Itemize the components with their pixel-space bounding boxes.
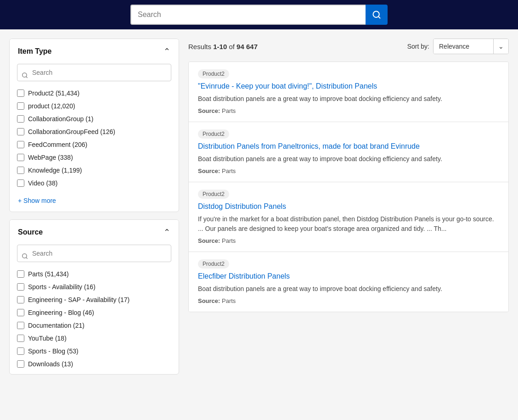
filter-label: Engineering - SAP - Availability (17): [28, 296, 130, 303]
result-title[interactable]: Distribution Panels from Paneltronics, m…: [198, 142, 499, 151]
source-chevron-icon[interactable]: ⌃: [163, 227, 170, 237]
result-title[interactable]: Elecfiber Distribution Panels: [198, 272, 499, 280]
results-total: 94 647: [236, 43, 258, 50]
result-source-value: Parts: [222, 168, 236, 174]
source-filter-list: Parts (51,434) Sports - Availability (16…: [10, 268, 179, 374]
search-icon: [372, 10, 381, 19]
list-item: Parts (51,434): [17, 268, 171, 280]
result-title[interactable]: "Evinrude - Keep your boat diving!", Dis…: [198, 82, 499, 90]
list-item: Engineering - Blog (46): [17, 306, 171, 319]
item-type-search-input[interactable]: [17, 64, 171, 81]
result-source-value: Parts: [222, 107, 236, 114]
list-item: Sports - Blog (53): [17, 345, 171, 358]
source-search-input[interactable]: [17, 245, 171, 262]
result-source-label: Source:: [198, 297, 220, 304]
svg-line-5: [26, 258, 28, 259]
filter-label: Documentation (21): [28, 322, 84, 329]
header: [0, 0, 518, 29]
result-source-value: Parts: [222, 297, 236, 304]
main-search-button[interactable]: [366, 5, 388, 25]
result-source-label: Source:: [198, 168, 220, 174]
filter-checkbox[interactable]: [17, 360, 24, 368]
filter-checkbox[interactable]: [17, 296, 24, 303]
results-range: 1-10: [213, 43, 227, 50]
result-title[interactable]: Distdog Distribution Panels: [198, 202, 499, 211]
item-type-filter-list: Product2 (51,434) product (12,020) Colla…: [10, 87, 179, 193]
filter-checkbox[interactable]: [17, 167, 24, 174]
item-type-search-wrapper: [10, 64, 179, 87]
list-item: Knowledge (1,199): [17, 164, 171, 177]
filter-checkbox[interactable]: [17, 115, 24, 123]
result-description: Boat distribution panels are a great way…: [198, 154, 499, 164]
list-item: FeedComment (206): [17, 138, 171, 151]
result-description: Boat distribution panels are a great way…: [198, 284, 499, 294]
filter-checkbox[interactable]: [17, 283, 24, 291]
svg-line-3: [26, 77, 28, 78]
filter-checkbox[interactable]: [17, 309, 24, 316]
results-area: Results 1-10 of 94 647 Sort by: Relevanc…: [179, 39, 509, 375]
result-badge: Product2: [198, 190, 229, 199]
result-source: Source: Parts: [198, 168, 499, 174]
item-type-show-more[interactable]: + Show more: [10, 193, 179, 212]
filter-checkbox[interactable]: [17, 154, 24, 161]
filter-checkbox[interactable]: [17, 90, 24, 97]
filter-checkbox[interactable]: [17, 270, 24, 278]
list-item: Product2 (51,434): [17, 87, 171, 100]
filter-checkbox[interactable]: [17, 141, 24, 148]
filter-label: CollaborationGroup (1): [28, 115, 93, 123]
results-header: Results 1-10 of 94 647 Sort by: Relevanc…: [188, 39, 509, 54]
main-search-input[interactable]: [130, 5, 366, 25]
list-item: Documentation (21): [17, 319, 171, 332]
result-description: If you're in the market for a boat distr…: [198, 214, 499, 234]
result-badge: Product2: [198, 259, 229, 269]
list-item: Video (38): [17, 177, 171, 190]
sort-chevron-icon: ⌄: [493, 39, 508, 54]
filter-checkbox[interactable]: [17, 102, 24, 110]
table-row: Product2 Elecfiber Distribution Panels B…: [189, 252, 508, 312]
list-item: Downloads (13): [17, 358, 171, 370]
filter-label: FeedComment (206): [28, 141, 87, 148]
results-list: Product2 "Evinrude - Keep your boat divi…: [188, 62, 509, 312]
sort-label: Sort by:: [407, 43, 429, 50]
filter-label: CollaborationGroupFeed (126): [28, 128, 115, 135]
item-type-chevron-icon[interactable]: ⌃: [163, 46, 170, 56]
filter-checkbox[interactable]: [17, 335, 24, 342]
filter-label: YouTube (18): [28, 335, 67, 342]
filter-label: Knowledge (1,199): [28, 167, 82, 174]
filter-label: WebPage (338): [28, 154, 73, 161]
item-type-header: Item Type ⌃: [10, 39, 179, 64]
list-item: Sports - Availability (16): [17, 280, 171, 293]
item-type-panel: Item Type ⌃ Product2 (51,434) product (1…: [9, 39, 179, 212]
table-row: Product2 Distdog Distribution Panels If …: [189, 182, 508, 252]
result-source: Source: Parts: [198, 107, 499, 114]
results-count: Results 1-10 of 94 647: [188, 43, 258, 50]
filter-checkbox[interactable]: [17, 347, 24, 355]
filter-label: Product2 (51,434): [28, 90, 79, 97]
list-item: YouTube (18): [17, 332, 171, 345]
filter-checkbox[interactable]: [17, 322, 24, 329]
sort-select-wrapper: RelevanceDateTitle ⌄: [433, 39, 509, 54]
main-search-bar: [130, 5, 388, 25]
filter-checkbox[interactable]: [17, 128, 24, 135]
sort-select[interactable]: RelevanceDateTitle: [434, 39, 493, 54]
filter-label: Downloads (13): [28, 360, 73, 368]
main-layout: Item Type ⌃ Product2 (51,434) product (1…: [0, 29, 518, 384]
result-badge: Product2: [198, 129, 229, 139]
filter-label: Sports - Availability (16): [28, 283, 96, 291]
list-item: Engineering - SAP - Availability (17): [17, 293, 171, 306]
result-badge: Product2: [198, 69, 229, 78]
list-item: CollaborationGroupFeed (126): [17, 125, 171, 138]
source-search-icon: [22, 253, 28, 259]
filter-label: product (12,020): [28, 102, 75, 110]
list-item: product (12,020): [17, 100, 171, 112]
item-type-title: Item Type: [18, 47, 52, 56]
result-source: Source: Parts: [198, 297, 499, 304]
result-source: Source: Parts: [198, 237, 499, 244]
source-search-wrapper: [10, 245, 179, 268]
filter-checkbox[interactable]: [17, 179, 24, 187]
result-source-label: Source:: [198, 237, 220, 244]
table-row: Product2 "Evinrude - Keep your boat divi…: [189, 62, 508, 122]
source-panel: Source ⌃ Parts (51,434) Sports - Availab…: [9, 219, 179, 375]
item-type-search-icon: [22, 72, 28, 78]
filter-label: Video (38): [28, 179, 57, 187]
